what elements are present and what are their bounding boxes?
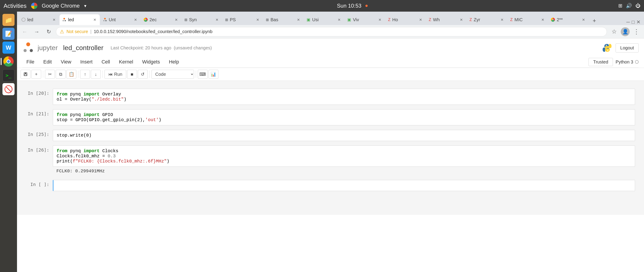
menu-edit[interactable]: Edit bbox=[39, 58, 56, 66]
svg-point-8 bbox=[30, 49, 33, 52]
add-cell-button[interactable]: + bbox=[31, 70, 41, 79]
tab-bas[interactable]: ⊞ Bas ✕ bbox=[263, 14, 304, 25]
url-separator: | bbox=[90, 29, 92, 34]
tab-2star[interactable]: 2** ✕ bbox=[548, 14, 588, 25]
code-line-4-2: Clocks.fclk0_mhz = 0.3 bbox=[56, 154, 631, 159]
save-icon bbox=[23, 72, 28, 76]
tab-viv[interactable]: ▣ Viv ✕ bbox=[344, 14, 385, 25]
tab-favicon-13: Z bbox=[510, 17, 513, 22]
cell-1-input[interactable]: from pynq import Overlay ol = Overlay(".… bbox=[53, 89, 635, 105]
menu-help[interactable]: Help bbox=[165, 58, 183, 66]
new-tab-button[interactable]: + bbox=[590, 16, 599, 25]
browser-dropdown-icon[interactable]: ▾ bbox=[84, 3, 86, 8]
menu-cell[interactable]: Cell bbox=[98, 58, 114, 66]
dock-item-stop[interactable]: 🚫 bbox=[2, 83, 14, 95]
tab-wh[interactable]: Z Wh ✕ bbox=[426, 14, 466, 25]
bookmark-button[interactable]: ☆ bbox=[609, 27, 619, 37]
tab-close-5[interactable]: ✕ bbox=[214, 17, 219, 22]
menu-file[interactable]: File bbox=[22, 58, 38, 66]
cell-5-input[interactable] bbox=[53, 180, 635, 191]
svg-point-3 bbox=[104, 18, 106, 19]
maximize-button[interactable]: □ bbox=[632, 19, 634, 25]
dock-item-chrome[interactable] bbox=[2, 55, 14, 67]
tab-close-11[interactable]: ✕ bbox=[459, 17, 464, 22]
tab-zyr[interactable]: Z Zyr ✕ bbox=[467, 14, 507, 25]
tab-close-6[interactable]: ✕ bbox=[255, 17, 260, 22]
tab-close-7[interactable]: ✕ bbox=[296, 17, 301, 22]
save-button[interactable] bbox=[20, 70, 30, 79]
tab-close-3[interactable]: ✕ bbox=[133, 17, 138, 22]
tab-led-1[interactable]: led ✕ bbox=[19, 14, 59, 25]
volume-icon[interactable]: 🔊 bbox=[626, 3, 632, 9]
svg-rect-10 bbox=[24, 73, 26, 74]
menu-kernel[interactable]: Kernel bbox=[115, 58, 138, 66]
kernel-status-circle bbox=[635, 60, 639, 64]
tab-unt[interactable]: Unt ✕ bbox=[100, 14, 140, 25]
paste-button[interactable]: 📋 bbox=[66, 70, 76, 79]
network-icon[interactable]: ⊞ bbox=[618, 3, 622, 9]
move-up-button[interactable]: ↑ bbox=[80, 70, 90, 79]
close-browser-button[interactable]: ✕ bbox=[636, 19, 640, 25]
tab-close-2[interactable]: ✕ bbox=[92, 17, 97, 22]
cell-2-input[interactable]: from pynq import GPIO stop = GPIO(GPIO.g… bbox=[53, 109, 635, 125]
minimize-button[interactable]: ─ bbox=[626, 19, 630, 25]
keyboard-button[interactable]: ⌨ bbox=[198, 70, 208, 79]
tab-favicon-10: Z bbox=[388, 17, 390, 22]
url-text: 10.0.0.152:9090/notebooks/led_counter/le… bbox=[94, 29, 212, 34]
more-button[interactable]: ⋮ bbox=[632, 27, 641, 37]
trusted-button[interactable]: Trusted bbox=[588, 58, 613, 66]
tab-2ec[interactable]: 2ec ✕ bbox=[141, 14, 181, 25]
power-icon[interactable]: ⏻ bbox=[636, 3, 640, 9]
dock-item-terminal[interactable]: >_ bbox=[2, 69, 14, 81]
tab-usi[interactable]: ▣ Usi ✕ bbox=[304, 14, 344, 25]
tab-favicon-5: ⊞ bbox=[184, 18, 187, 22]
tab-syn[interactable]: ⊞ Syn ✕ bbox=[182, 14, 222, 25]
activities-button[interactable]: Activities bbox=[4, 2, 27, 9]
tab-led-2[interactable]: led ✕ bbox=[60, 14, 100, 25]
tab-close-8[interactable]: ✕ bbox=[336, 17, 342, 22]
cell-type-dropdown[interactable]: Code Markdown Raw NBConvert bbox=[152, 70, 194, 79]
tab-close-10[interactable]: ✕ bbox=[418, 17, 423, 22]
menu-view[interactable]: View bbox=[56, 58, 75, 66]
cell-4-input[interactable]: from pynq import Clocks Clocks.fclk0_mhz… bbox=[53, 146, 635, 167]
tab-close-1[interactable]: ✕ bbox=[52, 17, 56, 22]
cut-button[interactable]: ✂ bbox=[45, 70, 55, 79]
dock-item-files[interactable]: 📁 bbox=[2, 14, 14, 26]
tab-close-14[interactable]: ✕ bbox=[581, 17, 586, 22]
cell-3-input[interactable]: stop.write(0) bbox=[53, 130, 635, 141]
dock-item-text-editor[interactable]: 📝 bbox=[2, 28, 14, 40]
tab-label-14: 2** bbox=[557, 17, 563, 22]
profile-button[interactable]: 👤 bbox=[621, 27, 630, 36]
tab-label-3: Unt bbox=[109, 17, 116, 22]
reload-button[interactable]: ↻ bbox=[44, 27, 54, 37]
kernel-name: Python 3 bbox=[616, 59, 633, 65]
run-button[interactable]: ⏮ Run bbox=[104, 70, 126, 79]
tab-label-1: led bbox=[27, 17, 33, 22]
copy-button[interactable]: ⧉ bbox=[56, 70, 66, 79]
stop-button[interactable]: ■ bbox=[127, 70, 137, 79]
dock: 📁 📝 W >_ 🚫 bbox=[0, 12, 17, 272]
svg-point-6 bbox=[26, 42, 30, 46]
chart-button[interactable]: 📊 bbox=[208, 70, 218, 79]
tab-mic[interactable]: Z MIC ✕ bbox=[508, 14, 548, 25]
tab-close-4[interactable]: ✕ bbox=[174, 17, 178, 22]
browser-name-label: Google Chrome bbox=[42, 3, 80, 9]
tab-ps[interactable]: ⊞ PS ✕ bbox=[222, 14, 263, 25]
dock-item-word[interactable]: W bbox=[2, 41, 14, 54]
tab-ho[interactable]: Z Ho ✕ bbox=[385, 14, 426, 25]
restart-button[interactable]: ↺ bbox=[138, 70, 148, 79]
menu-widgets[interactable]: Widgets bbox=[138, 58, 164, 66]
tab-close-13[interactable]: ✕ bbox=[540, 17, 545, 22]
forward-button[interactable]: → bbox=[32, 27, 42, 37]
address-bar[interactable]: ⚠ Not secure | 10.0.0.152:9090/notebooks… bbox=[56, 27, 607, 36]
move-down-button[interactable]: ↓ bbox=[91, 70, 101, 79]
tab-close-9[interactable]: ✕ bbox=[377, 17, 382, 22]
cell-3-container: In [25]: stop.write(0) bbox=[17, 128, 644, 143]
menu-insert[interactable]: Insert bbox=[76, 58, 97, 66]
logout-button[interactable]: Logout bbox=[616, 43, 639, 52]
tab-close-12[interactable]: ✕ bbox=[500, 17, 504, 22]
tab-favicon-2 bbox=[62, 18, 66, 22]
tab-label-8: Usi bbox=[312, 17, 319, 22]
separator-3 bbox=[102, 71, 103, 78]
back-button[interactable]: ← bbox=[20, 27, 30, 37]
